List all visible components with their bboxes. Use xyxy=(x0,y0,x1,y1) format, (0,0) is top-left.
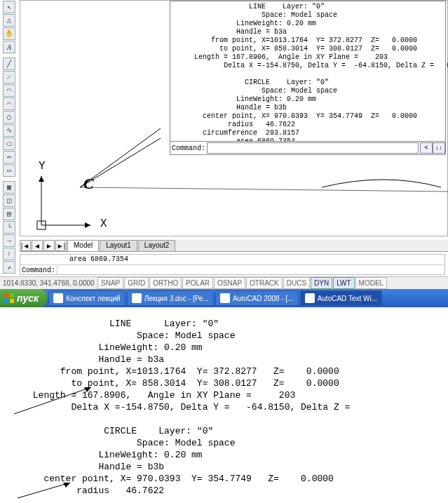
cursor-icon[interactable]: ↖ xyxy=(3,1,15,13)
drawing-canvas[interactable]: X Y C LINE Layer: "0" Space: Model space… xyxy=(20,0,448,236)
line-icon[interactable]: ╱ xyxy=(3,58,15,70)
ucs-origin-icon[interactable]: └ xyxy=(3,221,15,234)
label-c: C xyxy=(83,175,94,192)
polyline-icon[interactable]: ⟋ xyxy=(3,71,15,83)
status-bar: 1014.8330, 341.4768, 0.0000 SNAPGRIDORTH… xyxy=(0,276,448,289)
ucs-y-icon[interactable]: ↑ xyxy=(3,248,15,260)
tab-layout1[interactable]: Layout1 xyxy=(100,240,137,251)
tab-nav-next[interactable]: ► xyxy=(43,240,55,251)
hatch-icon[interactable]: ▦ xyxy=(3,181,15,194)
rectangle-icon[interactable]: ▭ xyxy=(3,164,15,177)
acad-icon xyxy=(220,293,230,303)
status-toggle-otrack[interactable]: OTRACK xyxy=(246,277,283,289)
status-toggle-dyn[interactable]: DYN xyxy=(311,277,332,289)
taskbar-item-label: Лекция 3.doc - [Ре... xyxy=(144,295,209,302)
arc2-icon[interactable]: ⌒ xyxy=(3,98,15,110)
circle-icon[interactable]: ◯ xyxy=(3,111,15,123)
tab-nav-prev[interactable]: ◄ xyxy=(32,240,43,251)
status-toggle-ortho[interactable]: ORTHO xyxy=(149,277,182,289)
spline-icon[interactable]: ∿ xyxy=(3,124,15,137)
ellipse-icon[interactable]: ⬭ xyxy=(3,138,15,150)
status-toggle-ducs[interactable]: DUCS xyxy=(283,277,310,289)
text-window-content: LINE Layer: "0" Space: Model space LineW… xyxy=(170,1,445,146)
tab-nav-last[interactable]: ►| xyxy=(55,240,67,251)
pan-icon[interactable]: ✋ xyxy=(3,27,15,40)
command-label: Command: xyxy=(20,267,57,274)
svg-rect-11 xyxy=(10,299,14,303)
command-bar: area 6869.7354 Command: xyxy=(20,254,445,275)
taskbar-item[interactable]: Лекция 3.doc - [Ре... xyxy=(127,290,214,306)
tab-model[interactable]: Model xyxy=(67,240,99,251)
ucs-z-icon[interactable]: ↗ xyxy=(3,261,15,274)
start-label: пуск xyxy=(17,293,39,304)
tw-command-input[interactable] xyxy=(207,142,419,154)
excerpt-text: LINE Layer: "0" Space: Model space LineW… xyxy=(0,318,448,497)
status-toggle-snap[interactable]: SNAP xyxy=(97,277,123,289)
word-icon xyxy=(132,293,142,303)
ucs-x-label: X xyxy=(100,217,107,230)
taskbar-item[interactable]: AutoCAD 2008 - [... xyxy=(215,290,299,306)
status-toggle-osnap[interactable]: OSNAP xyxy=(214,277,245,289)
status-toggle-polar[interactable]: POLAR xyxy=(182,277,213,289)
windows-logo-icon xyxy=(4,293,14,303)
triangle-icon[interactable]: △ xyxy=(3,14,15,27)
ucs-y-label: Y xyxy=(39,160,46,173)
layout-tabs: |◄ ◄ ► ►| Model Layout1 Layout2 xyxy=(20,240,448,252)
tw-command-label: Command: xyxy=(170,145,207,152)
tw-scroll-left-button[interactable]: < xyxy=(420,142,433,154)
ellipse-arc-icon[interactable]: ⌓ xyxy=(3,151,15,163)
svg-marker-5 xyxy=(85,222,90,228)
svg-rect-10 xyxy=(4,299,8,303)
svg-marker-7 xyxy=(39,176,44,182)
status-toggle-model[interactable]: MODEL xyxy=(355,277,388,289)
start-button[interactable]: пуск xyxy=(0,289,47,307)
region-icon[interactable]: ◫ xyxy=(3,194,15,207)
acad-tw-icon xyxy=(305,293,315,303)
tab-nav-first[interactable]: |◄ xyxy=(20,240,31,251)
tw-scroll-down-button[interactable]: ↓↓ xyxy=(433,142,445,154)
table-icon[interactable]: ▤ xyxy=(3,208,15,220)
arc-icon[interactable]: ◠ xyxy=(3,84,15,97)
svg-rect-8 xyxy=(4,293,8,297)
folder-icon xyxy=(53,293,63,303)
command-input[interactable] xyxy=(57,266,444,274)
status-toggle-grid[interactable]: GRID xyxy=(124,277,149,289)
status-toggle-lwt[interactable]: LWT xyxy=(333,277,354,289)
taskbar-item-label: Конспект лекций xyxy=(66,295,120,302)
letter-a-icon[interactable]: A xyxy=(3,41,15,53)
text-window: LINE Layer: "0" Space: Model space LineW… xyxy=(170,1,446,155)
command-history: area 6869.7354 xyxy=(20,255,444,265)
taskbar-item-label: AutoCAD 2008 - [... xyxy=(233,295,294,302)
taskbar-item[interactable]: AutoCAD Text Wi... xyxy=(300,290,382,306)
taskbar-item[interactable]: Конспект лекций xyxy=(48,290,125,306)
svg-rect-9 xyxy=(10,293,14,297)
coord-readout: 1014.8330, 341.4768, 0.0000 xyxy=(0,279,97,287)
left-toolbar: ↖ △ ✋ A ╱ ⟋ ◠ ⌒ ◯ ∿ ⬭ ⌓ ▭ ▦ ◫ ▤ └ → ↑ ↗ xyxy=(3,0,15,274)
svg-line-2 xyxy=(80,187,448,192)
tab-layout2[interactable]: Layout2 xyxy=(138,240,176,251)
taskbar-item-label: AutoCAD Text Wi... xyxy=(318,295,377,302)
taskbar: пуск Конспект лекцийЛекция 3.doc - [Ре..… xyxy=(0,289,448,307)
ucs-x-icon[interactable]: → xyxy=(3,234,15,247)
